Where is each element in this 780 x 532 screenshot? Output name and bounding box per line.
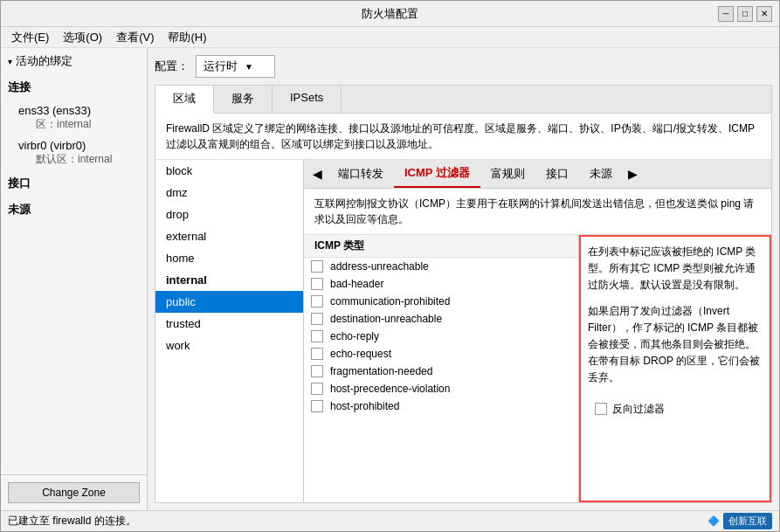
icmp-checkbox-destination-unreachable[interactable]	[311, 313, 323, 325]
main-window: 防火墙配置 ─ □ ✕ 文件(E) 选项(O) 查看(V) 帮助(H) ▾ 活动…	[0, 0, 780, 532]
icmp-label-communication-prohibited: communication-prohibited	[330, 295, 450, 307]
invert-filter-row: 反向过滤器	[588, 396, 763, 423]
icmp-type-host-prohibited[interactable]: host-prohibited	[304, 397, 578, 415]
icmp-nav-left-arrow[interactable]: ◀	[307, 163, 328, 184]
icmp-checkbox-host-prohibited[interactable]	[311, 400, 323, 412]
icmp-type-address-unreachable[interactable]: address-unreachable	[304, 258, 578, 275]
icmp-info-para2: 如果启用了发向过滤器（Invert Filter），作了标记的 ICMP 条目都…	[588, 303, 763, 387]
brand-label: 创新互联	[723, 513, 772, 529]
connections-label: 连接	[8, 80, 31, 93]
interface-section: 接口	[1, 170, 147, 197]
config-bar: 配置： 运行时 ▼	[155, 55, 772, 78]
icmp-type-host-precedence[interactable]: host-precedence-violation	[304, 380, 578, 397]
zone-home[interactable]: home	[155, 247, 303, 269]
change-zone-button[interactable]: Change Zone	[8, 482, 140, 503]
ens33-zone: 区：internal	[18, 117, 140, 132]
icmp-type-destination-unreachable[interactable]: destination-unreachable	[304, 310, 578, 328]
menu-view[interactable]: 查看(V)	[109, 28, 161, 47]
sidebar-bottom: Change Zone	[1, 474, 147, 510]
icmp-tab-filter[interactable]: ICMP 过滤器	[394, 160, 480, 188]
zone-dmz[interactable]: dmz	[155, 182, 303, 204]
icmp-info-para1: 在列表中标记应该被拒绝的 ICMP 类型。所有其它 ICMP 类型则被允许通过防…	[588, 244, 763, 294]
icmp-tab-interface[interactable]: 接口	[535, 161, 579, 187]
menu-options[interactable]: 选项(O)	[56, 28, 109, 47]
zone-external[interactable]: external	[155, 225, 303, 247]
icmp-type-fragmentation-needed[interactable]: fragmentation-needed	[304, 363, 578, 380]
ens33-name: ens33 (ens33)	[18, 104, 140, 117]
zone-drop[interactable]: drop	[155, 204, 303, 225]
icmp-tab-port-forward[interactable]: 端口转发	[328, 161, 394, 187]
zone-list: block dmz drop external home internal pu…	[155, 160, 304, 502]
icmp-nav-right-arrow[interactable]: ▶	[623, 163, 643, 184]
icmp-content: ICMP 类型 address-unreachable bad-header	[304, 235, 771, 502]
tab-bar: 区域 服务 IPSets	[155, 86, 771, 114]
icmp-tab-rich-rules[interactable]: 富规则	[480, 161, 535, 187]
panel-body: block dmz drop external home internal pu…	[155, 160, 771, 502]
icmp-tab-source[interactable]: 未源	[579, 161, 623, 187]
invert-filter-label: 反向过滤器	[612, 401, 665, 418]
icmp-type-echo-request[interactable]: echo-request	[304, 345, 578, 363]
icmp-label-host-precedence: host-precedence-violation	[330, 383, 450, 395]
close-button[interactable]: ✕	[756, 6, 772, 22]
status-brand: 🔷 创新互联	[708, 513, 772, 529]
icmp-label-bad-header: bad-header	[330, 278, 383, 290]
icmp-panel: ◀ 端口转发 ICMP 过滤器 富规则 接口 未源 ▶ 互联网控制报文协议（IC…	[304, 160, 771, 502]
icmp-label-address-unreachable: address-unreachable	[330, 260, 429, 273]
config-label: 配置：	[155, 59, 189, 74]
maximize-button[interactable]: □	[737, 6, 753, 22]
arrow-icon: ▾	[8, 57, 12, 66]
sidebar-item-ens33[interactable]: ens33 (ens33) 区：internal	[1, 100, 147, 135]
window-controls: ─ □ ✕	[718, 6, 772, 22]
connections-section: 连接	[1, 74, 147, 100]
icmp-checkbox-host-precedence[interactable]	[311, 383, 323, 395]
icmp-info-panel: 在列表中标记应该被拒绝的 ICMP 类型。所有其它 ICMP 类型则被允许通过防…	[579, 235, 771, 502]
icmp-checkbox-communication-prohibited[interactable]	[311, 295, 323, 307]
icmp-type-communication-prohibited[interactable]: communication-prohibited	[304, 293, 578, 310]
tab-ipsets[interactable]: IPSets	[273, 86, 342, 113]
zone-work[interactable]: work	[155, 335, 303, 356]
content-area: 配置： 运行时 ▼ 区域 服务 IPSets FirewallD 区域定义了绑定…	[148, 48, 779, 510]
invert-filter-checkbox[interactable]	[595, 403, 607, 415]
virbr0-zone: 默认区：internal	[18, 152, 140, 167]
icmp-type-bad-header[interactable]: bad-header	[304, 275, 578, 293]
source-label: 未源	[8, 203, 31, 216]
sidebar: ▾ 活动的绑定 连接 ens33 (ens33) 区：internal virb…	[1, 48, 148, 510]
icmp-checkbox-echo-reply[interactable]	[311, 330, 323, 342]
interface-label: 接口	[8, 176, 31, 190]
minimize-button[interactable]: ─	[718, 6, 734, 22]
menu-bar: 文件(E) 选项(O) 查看(V) 帮助(H)	[1, 27, 779, 48]
config-dropdown[interactable]: 运行时 ▼	[196, 55, 275, 78]
window-title: 防火墙配置	[362, 6, 418, 22]
icmp-checkbox-address-unreachable[interactable]	[311, 260, 323, 273]
zone-description: FirewallD 区域定义了绑定的网络连接、接口以及源地址的可信程度。区域是服…	[155, 114, 771, 160]
icmp-label-host-prohibited: host-prohibited	[330, 400, 399, 412]
tab-zone[interactable]: 区域	[155, 86, 214, 114]
status-message: 已建立至 firewalld 的连接。	[8, 514, 136, 529]
zone-public[interactable]: public	[155, 291, 303, 313]
zone-internal[interactable]: internal	[155, 269, 303, 291]
icmp-type-echo-reply[interactable]: echo-reply	[304, 328, 578, 345]
icmp-topbar: ◀ 端口转发 ICMP 过滤器 富规则 接口 未源 ▶	[304, 160, 771, 189]
menu-file[interactable]: 文件(E)	[4, 28, 56, 47]
icmp-type-list: address-unreachable bad-header communica…	[304, 258, 578, 502]
active-bindings-header[interactable]: ▾ 活动的绑定	[1, 48, 147, 74]
source-section: 未源	[1, 197, 147, 223]
icmp-type-header: ICMP 类型	[304, 235, 578, 258]
menu-help[interactable]: 帮助(H)	[161, 28, 213, 47]
icmp-description: 互联网控制报文协议（ICMP）主要用于在联网的计算机间发送出错信息，但也发送类似…	[304, 189, 771, 235]
active-bindings-label: 活动的绑定	[16, 53, 72, 69]
sidebar-item-virbr0[interactable]: virbr0 (virbr0) 默认区：internal	[1, 135, 147, 170]
icmp-checkbox-fragmentation-needed[interactable]	[311, 365, 323, 377]
icmp-checkbox-echo-request[interactable]	[311, 348, 323, 360]
status-bar: 已建立至 firewalld 的连接。 🔷 创新互联	[1, 510, 779, 531]
virbr0-name: virbr0 (virbr0)	[18, 139, 140, 152]
zone-trusted[interactable]: trusted	[155, 313, 303, 335]
icmp-label-fragmentation-needed: fragmentation-needed	[330, 365, 432, 377]
icmp-left-panel: ICMP 类型 address-unreachable bad-header	[304, 235, 579, 502]
zone-block[interactable]: block	[155, 160, 303, 182]
tab-service[interactable]: 服务	[214, 86, 273, 113]
icmp-checkbox-bad-header[interactable]	[311, 278, 323, 290]
config-value: 运行时	[204, 59, 238, 74]
icmp-label-echo-request: echo-request	[330, 348, 391, 360]
icmp-label-destination-unreachable: destination-unreachable	[330, 313, 442, 325]
